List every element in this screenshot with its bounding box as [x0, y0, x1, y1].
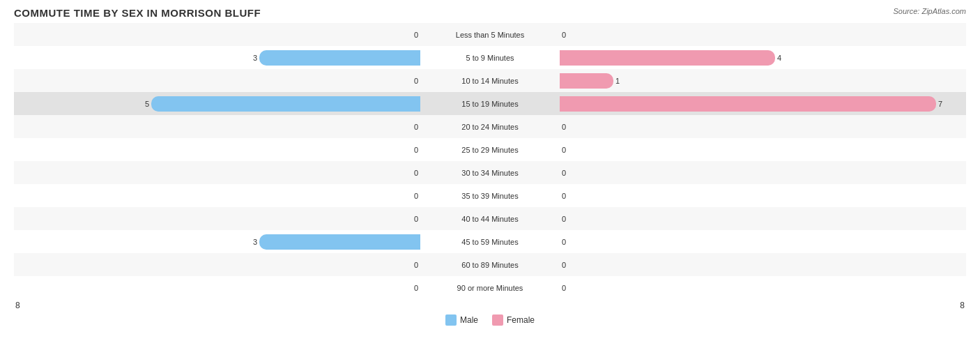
- row-label: 10 to 14 Minutes: [420, 77, 560, 85]
- legend-male: Male: [445, 314, 478, 326]
- female-value: 0: [562, 123, 576, 131]
- blue-bar: [259, 50, 420, 66]
- source-text: Source: ZipAtlas.com: [893, 7, 966, 15]
- left-half: 5: [14, 92, 420, 115]
- right-half: 0: [560, 253, 966, 276]
- bar-row: 0 25 to 29 Minutes 0: [14, 138, 966, 161]
- female-value: 0: [562, 31, 576, 39]
- male-value: 0: [404, 284, 418, 292]
- chart-title: COMMUTE TIME BY SEX IN MORRISON BLUFF: [14, 7, 966, 19]
- male-value: 0: [404, 215, 418, 223]
- male-value: 0: [404, 192, 418, 200]
- pink-bar: [560, 96, 936, 112]
- right-half: 0: [560, 230, 966, 253]
- row-label: 20 to 24 Minutes: [420, 123, 560, 131]
- left-half: 0: [14, 184, 420, 207]
- bar-row: 0 20 to 24 Minutes 0: [14, 115, 966, 138]
- left-half: 0: [14, 207, 420, 230]
- female-value: 7: [938, 100, 952, 108]
- legend-female-box: [492, 314, 503, 326]
- male-value: 0: [404, 146, 418, 154]
- legend: Male Female: [14, 314, 966, 326]
- right-half: 0: [560, 184, 966, 207]
- female-value: 1: [615, 77, 629, 85]
- bar-row: 3 5 to 9 Minutes 4: [14, 46, 966, 69]
- bar-row: 0 10 to 14 Minutes 1: [14, 69, 966, 92]
- right-half: 1: [560, 69, 966, 92]
- pink-bar: [560, 73, 613, 89]
- bar-row: 0 40 to 44 Minutes 0: [14, 207, 966, 230]
- male-value: 3: [243, 238, 257, 246]
- bar-row: 0 90 or more Minutes 0: [14, 276, 966, 299]
- right-half: 0: [560, 23, 966, 46]
- right-half: 7: [560, 92, 966, 115]
- row-label: 60 to 89 Minutes: [420, 261, 560, 269]
- male-value: 5: [135, 100, 149, 108]
- right-half: 0: [560, 161, 966, 184]
- row-label: 45 to 59 Minutes: [420, 238, 560, 246]
- blue-bar: [259, 234, 420, 250]
- left-half: 0: [14, 161, 420, 184]
- male-value: 0: [404, 31, 418, 39]
- male-value: 0: [404, 123, 418, 131]
- right-half: 0: [560, 276, 966, 299]
- bar-row: 0 Less than 5 Minutes 0: [14, 23, 966, 46]
- female-value: 0: [562, 169, 576, 177]
- left-half: 3: [14, 230, 420, 253]
- right-half: 4: [560, 46, 966, 69]
- left-half: 0: [14, 23, 420, 46]
- chart-container: COMMUTE TIME BY SEX IN MORRISON BLUFF So…: [0, 0, 980, 364]
- legend-male-box: [445, 314, 457, 326]
- bar-row: 3 45 to 59 Minutes 0: [14, 230, 966, 253]
- bar-row: 5 15 to 19 Minutes 7: [14, 92, 966, 115]
- left-half: 0: [14, 276, 420, 299]
- rows-wrapper: 0 Less than 5 Minutes 0 3 5 to 9 Minutes…: [14, 23, 966, 299]
- female-value: 0: [562, 238, 576, 246]
- bottom-labels: 8 8: [14, 301, 966, 310]
- row-label: 15 to 19 Minutes: [420, 100, 560, 108]
- legend-female: Female: [492, 314, 535, 326]
- bar-row: 0 35 to 39 Minutes 0: [14, 184, 966, 207]
- bar-row: 0 30 to 34 Minutes 0: [14, 161, 966, 184]
- female-value: 4: [777, 54, 791, 62]
- legend-male-label: Male: [460, 315, 478, 325]
- male-value: 0: [404, 169, 418, 177]
- left-half: 0: [14, 138, 420, 161]
- female-value: 0: [562, 261, 576, 269]
- bar-row: 0 60 to 89 Minutes 0: [14, 253, 966, 276]
- right-half: 0: [560, 115, 966, 138]
- row-label: 5 to 9 Minutes: [420, 54, 560, 62]
- bottom-left-value: 8: [15, 301, 20, 310]
- female-value: 0: [562, 215, 576, 223]
- male-value: 0: [404, 261, 418, 269]
- row-label: 30 to 34 Minutes: [420, 169, 560, 177]
- male-value: 3: [243, 54, 257, 62]
- legend-female-label: Female: [507, 315, 535, 325]
- left-half: 0: [14, 115, 420, 138]
- female-value: 0: [562, 192, 576, 200]
- right-half: 0: [560, 207, 966, 230]
- left-half: 3: [14, 46, 420, 69]
- left-half: 0: [14, 253, 420, 276]
- male-value: 0: [404, 77, 418, 85]
- right-half: 0: [560, 138, 966, 161]
- female-value: 0: [562, 284, 576, 292]
- row-label: 40 to 44 Minutes: [420, 215, 560, 223]
- row-label: Less than 5 Minutes: [420, 31, 560, 39]
- left-half: 0: [14, 69, 420, 92]
- blue-bar: [151, 96, 420, 112]
- bottom-right-value: 8: [960, 301, 965, 310]
- female-value: 0: [562, 146, 576, 154]
- row-label: 25 to 29 Minutes: [420, 146, 560, 154]
- row-label: 90 or more Minutes: [420, 284, 560, 292]
- row-label: 35 to 39 Minutes: [420, 192, 560, 200]
- pink-bar: [560, 50, 775, 66]
